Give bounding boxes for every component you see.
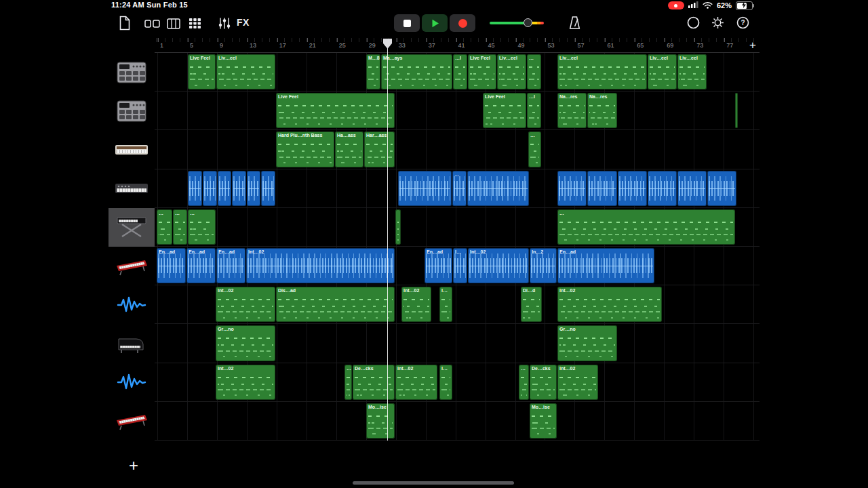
- midi-region[interactable]: Int…02: [216, 287, 275, 322]
- audio-region[interactable]: [707, 171, 736, 206]
- track-header-drum-machine[interactable]: [108, 53, 155, 92]
- midi-region[interactable]: Int…02: [216, 365, 275, 400]
- midi-region[interactable]: …: [527, 54, 541, 89]
- midi-region[interactable]: Na…res: [557, 93, 587, 128]
- midi-region[interactable]: Gr…no: [216, 325, 275, 361]
- midi-region[interactable]: De…cks: [353, 365, 395, 400]
- track-header-drum-machine[interactable]: [108, 92, 155, 130]
- audio-region[interactable]: Int…02: [246, 248, 395, 283]
- midi-region[interactable]: M…8: [366, 54, 380, 89]
- midi-region[interactable]: Mo…ise: [366, 403, 395, 439]
- track-header-vintage-synth[interactable]: [108, 130, 155, 169]
- audio-region[interactable]: [247, 171, 260, 206]
- midi-region[interactable]: [735, 93, 738, 128]
- midi-region[interactable]: …: [344, 365, 352, 400]
- audio-region[interactable]: En…ad: [425, 248, 452, 283]
- midi-region[interactable]: Int…02: [557, 365, 598, 400]
- track-header-grand-piano[interactable]: [108, 324, 155, 363]
- fx-button[interactable]: FX: [237, 17, 250, 28]
- keyboard-view-button[interactable]: [167, 18, 180, 33]
- audio-region[interactable]: En…ad: [186, 248, 216, 283]
- track-header-analog-synth[interactable]: [108, 169, 155, 208]
- midi-region[interactable]: Live Feel: [468, 54, 496, 89]
- midi-region[interactable]: Liv…eel: [648, 54, 677, 89]
- audio-region[interactable]: [557, 171, 587, 206]
- audio-region[interactable]: Int…02: [468, 248, 529, 283]
- view-toggle-button[interactable]: [144, 18, 160, 33]
- settings-button[interactable]: [711, 16, 725, 33]
- audio-region[interactable]: [467, 171, 529, 206]
- midi-region[interactable]: …: [519, 365, 529, 400]
- midi-region[interactable]: Int…02: [395, 365, 437, 400]
- master-volume-slider[interactable]: [490, 18, 544, 27]
- add-track-button[interactable]: +: [125, 455, 142, 476]
- audio-region[interactable]: En…ad: [157, 248, 186, 283]
- track-header-stage-piano[interactable]: [108, 208, 155, 247]
- audio-region[interactable]: [587, 171, 617, 206]
- midi-region[interactable]: …: [528, 131, 541, 167]
- midi-region[interactable]: Di…d: [521, 287, 542, 322]
- midi-region[interactable]: Liv…eel: [557, 54, 647, 89]
- audio-region[interactable]: [677, 171, 707, 206]
- horizontal-scrollbar[interactable]: [353, 481, 514, 485]
- audio-region[interactable]: [203, 171, 217, 206]
- midi-region[interactable]: Har…ass: [364, 131, 395, 167]
- midi-region[interactable]: Na…res: [587, 93, 617, 128]
- audio-region[interactable]: …: [452, 171, 467, 206]
- metronome-button[interactable]: [568, 16, 581, 33]
- audio-region[interactable]: [232, 171, 246, 206]
- audio-region[interactable]: [398, 171, 452, 206]
- midi-region[interactable]: …: [557, 209, 735, 245]
- midi-region[interactable]: Liv…eel: [216, 54, 275, 89]
- midi-region[interactable]: Ha…ass: [335, 131, 363, 167]
- audio-region[interactable]: [648, 171, 677, 206]
- timeline-ruler[interactable]: 1591317212529333741454953576165697377: [155, 38, 760, 53]
- midi-region[interactable]: Live Feel: [483, 93, 526, 128]
- midi-region[interactable]: Int…02: [557, 287, 662, 322]
- track-header-audio-waveform[interactable]: [108, 363, 155, 402]
- mixer-controls-button[interactable]: [218, 17, 231, 33]
- audio-region[interactable]: [261, 171, 275, 206]
- midi-region[interactable]: Dis…ad: [276, 287, 395, 322]
- help-button[interactable]: ?: [736, 16, 750, 33]
- loop-browser-button[interactable]: [686, 16, 701, 33]
- midi-region[interactable]: Hard Plu…nth Bass: [276, 131, 334, 167]
- midi-region[interactable]: …: [157, 209, 172, 245]
- midi-region[interactable]: Gr…no: [557, 325, 617, 361]
- track-header-red-synth[interactable]: [108, 247, 155, 285]
- midi-region[interactable]: Int…02: [401, 287, 431, 322]
- midi-region[interactable]: Liv…eel: [497, 54, 526, 89]
- midi-region[interactable]: I…: [439, 287, 452, 322]
- midi-region[interactable]: De…cks: [530, 365, 557, 400]
- stop-button[interactable]: [394, 14, 420, 32]
- track-header-red-synth[interactable]: [108, 402, 155, 441]
- volume-knob[interactable]: [524, 18, 532, 27]
- add-section-button[interactable]: +: [746, 39, 760, 52]
- midi-region[interactable]: Live Feel: [188, 54, 216, 89]
- midi-region[interactable]: I…: [439, 365, 452, 400]
- track-header-audio-waveform[interactable]: [108, 285, 155, 324]
- play-button[interactable]: [422, 14, 448, 32]
- song-browser-button[interactable]: [119, 16, 131, 33]
- audio-region[interactable]: [218, 171, 231, 206]
- audio-region[interactable]: In…2: [530, 248, 557, 283]
- loops-grid-button[interactable]: [189, 18, 201, 32]
- midi-region[interactable]: …l: [527, 93, 541, 128]
- midi-region[interactable]: Ma…ays: [381, 54, 452, 89]
- midi-region[interactable]: [395, 209, 401, 245]
- playhead-handle[interactable]: [383, 39, 392, 52]
- audio-region[interactable]: En…ad: [216, 248, 245, 283]
- midi-region[interactable]: …l: [453, 54, 467, 89]
- audio-region[interactable]: I…: [453, 248, 467, 283]
- audio-region[interactable]: [618, 171, 647, 206]
- midi-region[interactable]: Live Feel: [276, 93, 395, 128]
- audio-region[interactable]: En…ad: [557, 248, 654, 283]
- midi-region[interactable]: Liv…eel: [677, 54, 707, 89]
- midi-region[interactable]: …: [188, 209, 216, 245]
- playhead[interactable]: [387, 39, 389, 441]
- audio-region[interactable]: [188, 171, 202, 206]
- midi-region[interactable]: Mo…ise: [530, 403, 557, 439]
- midi-region[interactable]: …: [173, 209, 187, 245]
- record-button[interactable]: [450, 14, 475, 32]
- screen-recording-indicator[interactable]: [668, 1, 684, 9]
